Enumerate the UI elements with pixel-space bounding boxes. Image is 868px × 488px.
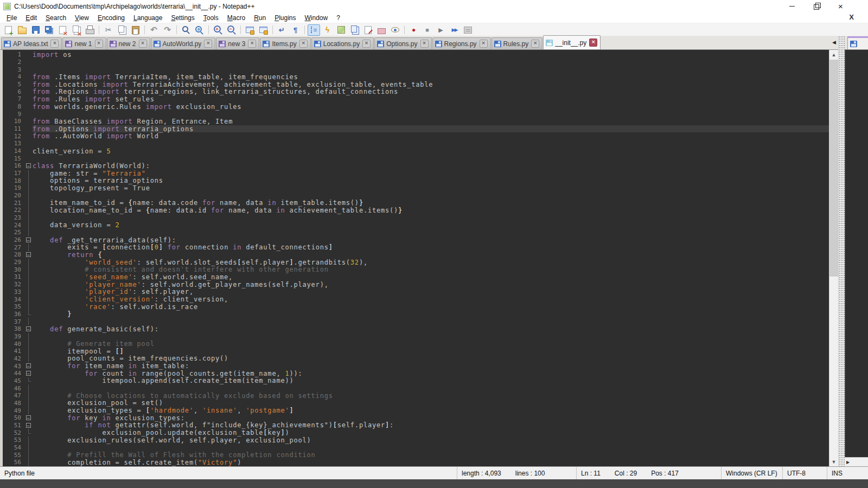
scroll-up-icon[interactable]: ▲ <box>829 50 838 59</box>
code-line[interactable]: 52 exclusion_pool.update(exclusion_table… <box>3 429 829 436</box>
code-line[interactable]: 35 'race': self.world.is_race <box>3 303 829 311</box>
tab-__init__-py[interactable]: __init__.py× <box>543 35 601 49</box>
print-icon[interactable] <box>84 24 96 36</box>
code-line[interactable]: 51 if not getattr(self.world, f"include_… <box>3 422 829 429</box>
fold-marker-icon[interactable] <box>25 422 33 429</box>
indent-guide-icon[interactable] <box>308 24 320 36</box>
tab-new-3[interactable]: new 3× <box>216 37 259 49</box>
code-line[interactable]: 42 pool_counts = item_frequencies.copy() <box>3 355 829 363</box>
fold-marker-icon[interactable] <box>25 370 33 377</box>
tab-close-icon[interactable]: × <box>531 40 539 48</box>
tab-close-icon[interactable]: × <box>299 40 308 48</box>
view-monitor-icon[interactable] <box>389 24 401 36</box>
code-line[interactable]: 4from .Items import TerrariaItem, item_t… <box>3 73 829 81</box>
tab-close-icon[interactable]: × <box>589 38 597 47</box>
menu-item-search[interactable]: Search <box>41 14 71 22</box>
menu-item-plugins[interactable]: Plugins <box>270 14 300 22</box>
code-line[interactable]: 17 game: str = "Terraria" <box>3 170 829 177</box>
status-eol-format[interactable]: Windows (CR LF) <box>722 467 783 479</box>
code-line[interactable]: 10from BaseClasses import Region, Entran… <box>3 118 829 125</box>
scroll-down-icon[interactable]: ▼ <box>829 457 838 466</box>
tab-new-1[interactable]: new 1× <box>62 37 106 49</box>
close-icon[interactable] <box>56 24 69 36</box>
code-line[interactable]: 47 # Choose locations to automatically e… <box>3 392 829 400</box>
code-line[interactable]: 7from .Rules import set_rules <box>3 95 829 103</box>
tab-close-icon[interactable]: × <box>204 40 212 48</box>
code-line[interactable]: 5from .Locations import TerrariaAchievem… <box>3 81 829 88</box>
tab-scroll-left-icon[interactable]: ◀ <box>832 40 836 45</box>
menu-item-window[interactable]: Window <box>301 14 333 22</box>
code-line[interactable]: 37 <box>3 318 829 325</box>
code-editor[interactable]: 1import os234from .Items import Terraria… <box>0 50 829 466</box>
code-line[interactable]: 18 options = terraria_options <box>3 177 829 184</box>
fold-marker-icon[interactable] <box>25 236 33 244</box>
restore-button[interactable] <box>804 0 828 12</box>
code-line[interactable]: 25 <box>3 229 829 236</box>
tab-close-icon[interactable]: × <box>95 40 103 48</box>
tab-close-icon[interactable]: × <box>139 40 147 48</box>
code-line[interactable]: 43 for item_name in item_table: <box>3 362 829 370</box>
menu-item-run[interactable]: Run <box>250 14 270 22</box>
fold-marker-icon[interactable] <box>25 251 33 259</box>
code-line[interactable]: 3 <box>3 66 829 73</box>
function-list-icon[interactable] <box>321 24 334 36</box>
code-line[interactable]: 45 itempool.append(self.create_item(item… <box>3 377 829 385</box>
replace-icon[interactable] <box>193 24 206 36</box>
copy-icon[interactable] <box>116 24 128 36</box>
code-line[interactable]: 14client_version = 5 <box>3 147 829 155</box>
code-line[interactable]: 31 'seed_name': self.world.seed_name, <box>3 273 829 281</box>
tab-close-icon[interactable]: × <box>480 40 488 48</box>
tab-rules-py[interactable]: Rules.py× <box>492 37 543 49</box>
tab-ap-ideas-txt[interactable]: AP Ideas.txt× <box>1 37 62 49</box>
code-line[interactable]: 46 <box>3 384 829 392</box>
new-file-icon[interactable] <box>2 24 15 36</box>
second-view-tab[interactable] <box>847 36 868 49</box>
tab-locations-py[interactable]: Locations.py× <box>311 37 374 49</box>
record-macro-icon[interactable] <box>407 24 420 36</box>
sync-v-icon[interactable] <box>244 24 256 36</box>
menu-item-settings[interactable]: Settings <box>167 14 199 22</box>
code-line[interactable]: 11from .Options import terraria_options <box>3 125 829 133</box>
word-wrap-icon[interactable] <box>276 24 288 36</box>
fold-marker-icon[interactable] <box>25 362 33 370</box>
code-line[interactable]: 56 completion = self.create_item("Victor… <box>3 459 829 466</box>
code-line[interactable]: 33 'player_id': self.player, <box>3 288 829 296</box>
tab-close-icon[interactable]: × <box>248 40 256 48</box>
code-line[interactable]: 16class TerrariaWorld(World): <box>3 162 829 170</box>
menu-item-file[interactable]: File <box>2 14 21 22</box>
fold-marker-icon[interactable] <box>25 414 33 422</box>
code-line[interactable]: 23 <box>3 214 829 222</box>
code-line[interactable]: 34 'client_version': client_version, <box>3 296 829 303</box>
menu-item-macro[interactable]: Macro <box>223 14 250 22</box>
folder-monitor-icon[interactable] <box>375 24 388 36</box>
playback-macro-icon[interactable] <box>435 24 447 36</box>
tab-close-icon[interactable]: × <box>420 40 429 48</box>
code-line[interactable]: 36 } <box>3 311 829 318</box>
code-line[interactable]: 13 <box>3 140 829 147</box>
tab-regions-py[interactable]: Regions.py× <box>432 37 491 49</box>
menu-item-edit[interactable]: Edit <box>21 14 41 22</box>
open-icon[interactable] <box>16 24 28 36</box>
doc-map-icon[interactable] <box>335 24 347 36</box>
zoom-in-icon[interactable] <box>212 24 224 36</box>
save-icon[interactable] <box>29 24 42 36</box>
status-encoding[interactable]: UTF-8 <box>783 467 827 479</box>
tab-new-2[interactable]: new 2× <box>107 37 150 49</box>
show-all-chars-icon[interactable] <box>289 24 302 36</box>
find-icon[interactable] <box>180 24 192 36</box>
menu-item-encoding[interactable]: Encoding <box>93 14 129 22</box>
tab-autoworld-py[interactable]: AutoWorld.py× <box>151 37 216 49</box>
code-line[interactable]: 9 <box>3 110 829 118</box>
code-line[interactable]: 27 exits = [connection[0] for connection… <box>3 243 829 251</box>
tab-close-icon[interactable]: × <box>362 40 371 48</box>
code-line[interactable]: 54 <box>3 444 829 452</box>
code-line[interactable]: 24 data_version = 2 <box>3 221 829 229</box>
code-line[interactable]: 1import os <box>3 51 829 59</box>
menu-item-tools[interactable]: Tools <box>199 14 223 22</box>
menu-item-language[interactable]: Language <box>129 14 167 22</box>
cut-icon[interactable] <box>102 24 114 36</box>
second-view-hscroll[interactable]: ▶ <box>845 457 868 466</box>
minimize-button[interactable] <box>780 0 804 12</box>
tab-close-icon[interactable]: × <box>50 40 59 48</box>
code-line[interactable]: 28 return { <box>3 251 829 259</box>
